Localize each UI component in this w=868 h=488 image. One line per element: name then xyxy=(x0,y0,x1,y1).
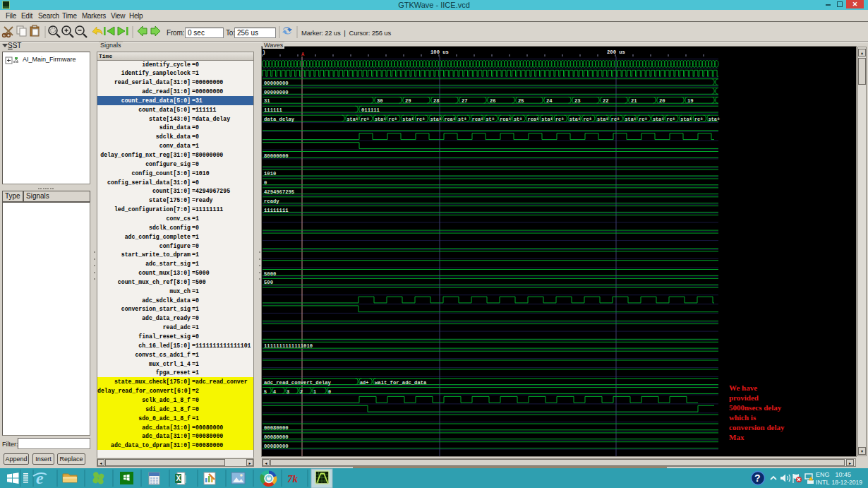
svg-text:26: 26 xyxy=(490,98,496,104)
svg-text:re+: re+ xyxy=(416,117,425,122)
svg-text:st+: st+ xyxy=(486,117,495,122)
svg-text:00000000: 00000000 xyxy=(264,81,289,86)
svg-text:100 us: 100 us xyxy=(430,49,449,55)
svg-text:data_delay: data_delay xyxy=(264,117,295,122)
svg-text:4294967295: 4294967295 xyxy=(264,189,294,195)
svg-text:1010: 1010 xyxy=(264,171,276,177)
svg-text:1111111111111010: 1111111111111010 xyxy=(264,343,313,349)
svg-text:111111: 111111 xyxy=(264,107,283,113)
svg-text:5: 5 xyxy=(264,389,267,395)
svg-text:00000000: 00000000 xyxy=(264,90,289,95)
svg-text:re+: re+ xyxy=(361,117,369,122)
svg-text:INTL: INTL xyxy=(816,479,830,486)
svg-text:ad+: ad+ xyxy=(360,380,368,386)
svg-text:29: 29 xyxy=(405,98,411,104)
svg-text:00080000: 00080000 xyxy=(264,434,289,440)
svg-text:X: X xyxy=(176,475,181,482)
svg-text:re+: re+ xyxy=(555,117,564,122)
svg-text:ENG: ENG xyxy=(816,471,830,478)
svg-text:23: 23 xyxy=(574,98,581,104)
svg-text:25: 25 xyxy=(518,98,524,104)
svg-text:): ) xyxy=(263,49,265,55)
svg-text:st+: st+ xyxy=(458,117,466,122)
svg-text:1: 1 xyxy=(313,389,316,395)
svg-text:30: 30 xyxy=(377,98,383,104)
svg-text:A: A xyxy=(301,52,305,57)
svg-text:2: 2 xyxy=(300,389,303,395)
svg-text:7k: 7k xyxy=(287,473,299,484)
svg-text:0: 0 xyxy=(328,389,331,395)
svg-text:re+: re+ xyxy=(694,117,703,122)
svg-text:0: 0 xyxy=(264,180,267,186)
svg-text:ready: ready xyxy=(264,198,279,204)
svg-text:28: 28 xyxy=(433,98,440,104)
svg-text:3: 3 xyxy=(287,389,289,395)
svg-text:011111: 011111 xyxy=(361,107,380,113)
svg-text:200 us: 200 us xyxy=(607,49,625,55)
svg-text:st+: st+ xyxy=(514,117,522,122)
svg-text:?: ? xyxy=(754,472,761,484)
svg-text:22: 22 xyxy=(603,98,609,104)
svg-text:18-12-2019: 18-12-2019 xyxy=(832,479,863,486)
svg-text:10:45: 10:45 xyxy=(835,471,851,478)
svg-text:20: 20 xyxy=(659,98,665,104)
svg-text:re+: re+ xyxy=(389,117,397,122)
svg-text:21: 21 xyxy=(631,98,637,104)
svg-text:wait_for_adc_data: wait_for_adc_data xyxy=(375,380,427,386)
svg-text:e: e xyxy=(36,469,44,487)
svg-text:re+: re+ xyxy=(639,117,647,122)
svg-text:500: 500 xyxy=(264,280,273,285)
svg-text:re+: re+ xyxy=(611,117,620,122)
svg-text:re+: re+ xyxy=(583,117,591,122)
svg-text:27: 27 xyxy=(462,98,468,104)
svg-text:adc_read_convert_delay: adc_read_convert_delay xyxy=(264,380,332,386)
svg-text:31: 31 xyxy=(264,98,270,104)
svg-text:80000000: 80000000 xyxy=(264,153,289,159)
svg-text:5000: 5000 xyxy=(264,271,276,277)
svg-text:re+: re+ xyxy=(667,117,675,122)
svg-text:sta+: sta+ xyxy=(709,117,720,122)
svg-text:00080000: 00080000 xyxy=(264,425,289,431)
svg-text:19: 19 xyxy=(687,98,694,104)
svg-text:00080000: 00080000 xyxy=(264,444,289,449)
svg-text:24: 24 xyxy=(546,98,553,104)
svg-text:4: 4 xyxy=(273,389,276,395)
svg-text:11111111: 11111111 xyxy=(264,208,289,213)
